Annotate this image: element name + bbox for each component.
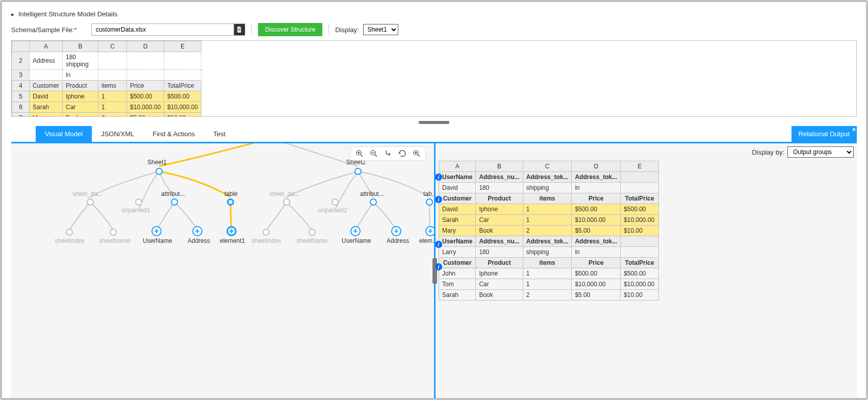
col-header[interactable]: A [30, 41, 63, 52]
preview-cell[interactable]: $10,000.00 [164, 102, 201, 113]
output-grid[interactable]: ABCDEUserNameAddress_nu...Address_tok...… [439, 161, 659, 301]
row-header[interactable]: 5 [12, 91, 30, 102]
node-element1[interactable] [226, 226, 237, 236]
preview-cell[interactable]: 1 [98, 91, 127, 102]
col-header[interactable]: C [98, 41, 127, 52]
output-cell: $500.00 [621, 204, 659, 215]
preview-cell[interactable]: David [30, 91, 63, 102]
col-header[interactable]: A [439, 161, 476, 172]
col-header[interactable]: B [63, 41, 98, 52]
model-graph[interactable]: Sheet1 sheet_da... unparsed1 attribut...… [11, 143, 434, 398]
preview-cell[interactable]: items [98, 81, 127, 91]
file-input[interactable] [91, 23, 234, 36]
node-table1[interactable] [227, 198, 234, 206]
tab-find-actions[interactable]: Find & Actions [143, 126, 204, 142]
preview-cell[interactable]: Mary [30, 113, 63, 117]
preview-cell[interactable]: Book [63, 113, 98, 117]
node-sheetindex1[interactable] [66, 229, 73, 236]
node-sheetda2[interactable] [283, 198, 290, 206]
preview-cell[interactable]: $500.00 [164, 91, 201, 102]
col-header[interactable]: E [621, 161, 659, 172]
tab-test[interactable]: Test [204, 126, 235, 142]
col-header[interactable]: B [476, 161, 523, 172]
tabs-row: Visual ModelJSON/XMLFind & ActionsTest R… [11, 126, 857, 143]
node-table2[interactable] [426, 198, 433, 206]
undo-icon[interactable] [398, 149, 407, 158]
node-label-username1: UserName [143, 237, 172, 244]
file-browse-button[interactable] [234, 23, 245, 36]
output-cell: ln [572, 183, 621, 193]
preview-cell[interactable] [164, 70, 201, 81]
preview-cell[interactable]: $500.00 [127, 91, 164, 102]
zoom-out-icon[interactable] [369, 149, 378, 158]
preview-cell[interactable] [30, 70, 63, 81]
preview-cell[interactable]: TotalPrice [164, 81, 201, 91]
reset-zoom-icon[interactable] [412, 149, 421, 158]
preview-cell[interactable]: Customer [30, 81, 63, 91]
node-sheet2[interactable] [354, 168, 362, 175]
preview-cell[interactable] [98, 52, 127, 70]
preview-cell[interactable]: $5.00 [127, 113, 164, 117]
output-header-cell: Product [476, 193, 523, 204]
output-cell: $5.00 [572, 226, 621, 236]
preview-cell[interactable] [164, 52, 201, 70]
zoom-in-icon[interactable] [355, 149, 364, 158]
preview-grid[interactable]: ABCDE2Address180 shipping3ln4CustomerPro… [12, 41, 201, 117]
discover-structure-button[interactable]: Discover Structure [258, 23, 323, 36]
output-cell: $10.00 [621, 226, 659, 236]
node-address1[interactable] [192, 226, 202, 236]
display-by-select[interactable]: Output groups [787, 146, 854, 158]
display-sheet-select[interactable]: Sheet1 [363, 24, 398, 35]
close-icon[interactable]: × [852, 126, 856, 133]
node-unparsed1[interactable] [135, 198, 142, 206]
node-sheetda1[interactable] [87, 198, 94, 206]
col-header[interactable]: D [572, 161, 621, 172]
preview-cell[interactable]: 1 [98, 102, 127, 113]
preview-cell[interactable]: 2 [98, 113, 127, 117]
preview-cell[interactable] [98, 70, 127, 81]
preview-cell[interactable]: Car [63, 102, 98, 113]
node-address2[interactable] [391, 226, 401, 236]
col-header[interactable]: E [164, 41, 201, 52]
tab-json-xml[interactable]: JSON/XML [92, 126, 143, 142]
tab-relational-output[interactable]: Relational Output × [792, 126, 857, 142]
row-header[interactable]: 2 [12, 52, 30, 70]
node-sheetname1[interactable] [110, 229, 117, 236]
output-header-cell: TotalPrice [621, 258, 659, 268]
node-sheetindex2[interactable] [263, 229, 270, 236]
right-panel-header: Display by: Output groups [439, 143, 854, 161]
node-attribut2[interactable] [370, 198, 377, 206]
layout-icon[interactable] [384, 149, 393, 158]
row-header[interactable]: 6 [12, 102, 30, 113]
preview-cell[interactable]: $10,000.00 [127, 102, 164, 113]
preview-cell[interactable] [127, 52, 164, 70]
row-header[interactable]: 3 [12, 70, 30, 81]
row-header[interactable]: 4 [12, 81, 30, 91]
row-header[interactable]: 7 [12, 113, 30, 117]
node-sheetname2[interactable] [309, 229, 316, 236]
col-header[interactable]: C [523, 161, 572, 172]
preview-cell[interactable]: ln [63, 70, 98, 81]
node-username1[interactable] [151, 226, 162, 236]
section-header[interactable]: ▸ Intelligent Structure Model Details [11, 10, 857, 18]
preview-cell[interactable]: Product [63, 81, 98, 91]
node-attribut1[interactable] [171, 198, 178, 206]
node-unparsed2[interactable] [331, 198, 339, 206]
preview-cell[interactable] [127, 70, 164, 81]
output-header-cell: Price [572, 258, 621, 268]
vertical-splitter[interactable] [434, 143, 436, 398]
preview-cell[interactable]: Price [127, 81, 164, 91]
node-sheet1[interactable] [156, 168, 163, 175]
preview-cell[interactable]: 180 shipping [63, 52, 98, 70]
col-header[interactable]: D [127, 41, 164, 52]
preview-cell[interactable]: Iphone [63, 91, 98, 102]
horizontal-splitter[interactable] [11, 121, 857, 124]
preview-cell[interactable]: Sarah [30, 102, 63, 113]
tab-visual-model[interactable]: Visual Model [36, 126, 92, 142]
node-elem2[interactable] [425, 226, 434, 236]
preview-panel: ABCDE2Address180 shipping3ln4CustomerPro… [11, 40, 857, 117]
preview-cell[interactable]: Address [30, 52, 63, 70]
preview-cell[interactable]: $10.00 [164, 113, 201, 117]
node-label-unparsed2: unparsed2 [318, 207, 347, 214]
node-username2[interactable] [350, 226, 361, 236]
